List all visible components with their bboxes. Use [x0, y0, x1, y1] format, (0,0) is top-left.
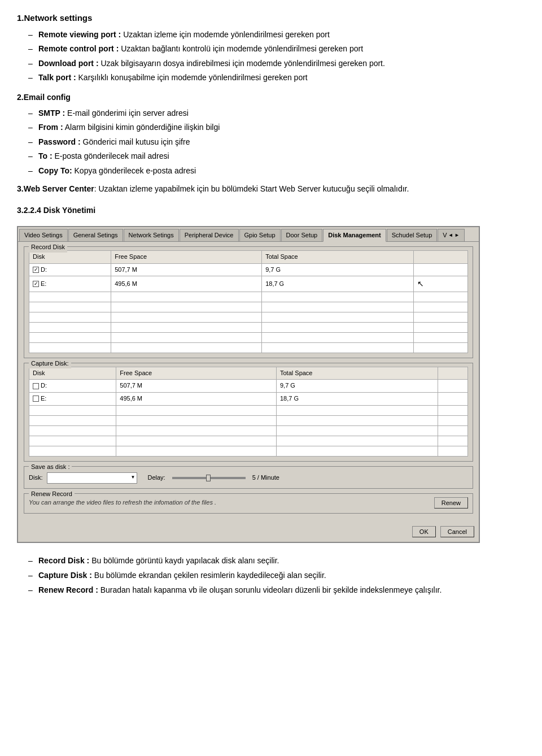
- disk-checkbox[interactable]: ✓: [33, 267, 39, 273]
- disk-label: E:: [41, 279, 46, 289]
- disk-checkbox[interactable]: [33, 396, 39, 402]
- disk-dropdown[interactable]: ▼: [47, 472, 137, 484]
- list-item: Record Disk : Bu bölümde görüntü kaydı y…: [28, 554, 525, 567]
- item-label: To :: [38, 151, 53, 160]
- table-row: [29, 425, 468, 436]
- empty-cell: [29, 415, 116, 425]
- tab-door-setup[interactable]: Door Setup: [281, 229, 323, 242]
- empty-cell: [111, 292, 262, 302]
- item-text: E-posta gönderilecek mail adresi: [55, 151, 169, 160]
- empty-cell: [414, 342, 468, 353]
- tab-label: Gpio Setup: [244, 232, 276, 238]
- col-total-space: Total Space: [262, 251, 414, 264]
- delay-slider-wrapper: [170, 473, 248, 483]
- empty-cell: [262, 332, 414, 342]
- item-text: Uzaktan bağlantı kontrolü için modemde y…: [121, 44, 363, 53]
- empty-cell: [438, 425, 468, 436]
- item-text: Alarm bilgisini kimin gönderdiğine ilişk…: [65, 123, 220, 132]
- list-item: SMTP : E-mail gönderimi için server adre…: [28, 107, 525, 119]
- save-row: Disk: ▼ Delay: 5 / Minute: [29, 472, 468, 484]
- empty-cell: [111, 302, 262, 312]
- dialog-box: Video Setings General Setings Network Se…: [17, 226, 480, 543]
- table-row: E: 495,6 M 18,7 G: [29, 393, 468, 406]
- table-row: [29, 322, 468, 332]
- section3-desc: : Uzaktan izleme yapabilmek için bu bölü…: [94, 184, 409, 193]
- list-item: Talk port : Karşılıklı konuşabilme için …: [28, 71, 525, 84]
- free-space-cell: 507,7 M: [116, 380, 277, 393]
- tab-general-setings[interactable]: General Setings: [68, 229, 123, 242]
- empty-cell: [111, 342, 262, 353]
- disk-checkbox[interactable]: [33, 383, 39, 389]
- tab-disk-management[interactable]: Disk Management: [323, 229, 386, 242]
- dialog-footer: OK Cancel: [18, 523, 479, 542]
- tab-gpio-setup[interactable]: Gpio Setup: [239, 229, 281, 242]
- section1-title: 1.Network settings: [17, 11, 525, 25]
- item-label: Talk port :: [38, 73, 76, 82]
- table-row: [29, 436, 468, 446]
- empty-cell: [277, 436, 438, 446]
- tab-label: Schudel Setup: [392, 232, 432, 238]
- item-label: Remote viewing port :: [38, 30, 121, 39]
- renew-row: You can arrange the video files to refre…: [29, 497, 468, 509]
- table-row: D: 507,7 M 9,7 G: [29, 380, 468, 393]
- tab-label: Peripheral Device: [185, 232, 234, 238]
- table-row: [29, 312, 468, 322]
- section1: 1.Network settings Remote viewing port :…: [17, 11, 525, 84]
- list-item: To : E-posta gönderilecek mail adresi: [28, 150, 525, 162]
- empty-cell: [262, 312, 414, 322]
- table-row: [29, 415, 468, 425]
- tab-v[interactable]: V◄ ►: [438, 229, 465, 242]
- item-text: Buradan hatalı kapanma vb ile oluşan sor…: [100, 585, 442, 594]
- col-free-space: Free Space: [116, 367, 277, 380]
- total-space-cell: 9,7 G: [262, 263, 414, 276]
- list-item: Remote control port : Uzaktan bağlantı k…: [28, 42, 525, 55]
- empty-cell: [414, 302, 468, 312]
- empty-cell: [262, 292, 414, 302]
- extra-cell: [414, 263, 468, 276]
- empty-cell: [29, 312, 111, 322]
- list-item: Download port : Uzak bilgisayarın dosya …: [28, 57, 525, 69]
- empty-cell: [29, 292, 111, 302]
- tab-label: Door Setup: [286, 232, 318, 238]
- tab-peripheral-device[interactable]: Peripheral Device: [180, 229, 239, 242]
- cancel-button[interactable]: Cancel: [440, 526, 474, 537]
- col-total-space: Total Space: [277, 367, 438, 380]
- tab-network-setings[interactable]: Network Setings: [124, 229, 179, 242]
- item-text: Gönderici mail kutusu için şifre: [83, 137, 190, 146]
- col-extra: [438, 367, 468, 380]
- disk-checkbox[interactable]: ✓: [33, 281, 39, 287]
- bottom-info-list: Record Disk : Bu bölümde görüntü kaydı y…: [17, 554, 525, 597]
- empty-cell: [277, 446, 438, 456]
- delay-slider[interactable]: [172, 477, 246, 479]
- record-disk-group: Record Disk Disk Free Space Total Space: [24, 246, 473, 358]
- disk-cell: E:: [29, 393, 116, 406]
- item-label: Download port :: [38, 59, 99, 68]
- section3-text: 3.Web Server Center: Uzaktan izleme yapa…: [17, 183, 525, 195]
- save-as-disk-title: Save as disk :: [29, 462, 72, 472]
- list-item: Renew Record : Buradan hatalı kapanma vb…: [28, 584, 525, 596]
- empty-cell: [414, 322, 468, 332]
- table-row: [29, 332, 468, 342]
- table-row: [29, 342, 468, 353]
- renew-record-group: Renew Record You can arrange the video f…: [24, 493, 473, 514]
- item-label: Renew Record :: [38, 585, 98, 594]
- tab-schudel-setup[interactable]: Schudel Setup: [387, 229, 438, 242]
- renew-button[interactable]: Renew: [434, 497, 468, 509]
- empty-cell: [438, 405, 468, 415]
- empty-cell: [438, 415, 468, 425]
- empty-cell: [116, 425, 277, 436]
- free-space-cell: 507,7 M: [111, 263, 262, 276]
- item-text: E-mail gönderimi için server adresi: [67, 108, 189, 118]
- col-disk: Disk: [29, 367, 116, 380]
- item-label: SMTP :: [38, 108, 65, 118]
- delay-value: 5 / Minute: [252, 473, 279, 483]
- section4-title: 3.2.2.4 Disk Yönetimi: [17, 204, 525, 216]
- item-label: Copy To:: [38, 166, 72, 175]
- item-label: From :: [38, 123, 63, 132]
- tab-label: Network Setings: [129, 232, 174, 238]
- tab-video-setings[interactable]: Video Setings: [19, 229, 68, 242]
- tab-bar: Video Setings General Setings Network Se…: [18, 227, 479, 242]
- item-text: Uzak bilgisayarın dosya indirebilmesi iç…: [100, 59, 384, 68]
- ok-button[interactable]: OK: [412, 526, 436, 537]
- list-item: Capture Disk : Bu bölümde ekrandan çekil…: [28, 569, 525, 581]
